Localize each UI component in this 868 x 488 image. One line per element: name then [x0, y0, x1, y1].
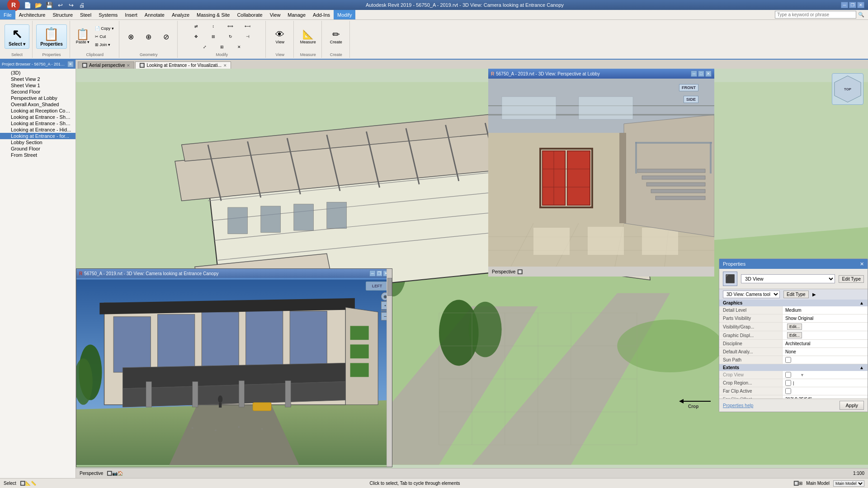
tab-aerial-perspective[interactable]: 🔲 Aerial perspective ✕ — [78, 61, 134, 69]
sun-path-checkbox[interactable] — [785, 357, 791, 363]
prop-type-dropdown[interactable]: 3D View — [741, 274, 835, 283]
quick-access-toolbar[interactable]: R 📄 📂 💾 ↩ ↪ 🖨 — [4, 0, 89, 10]
menu-manage[interactable]: Manage — [284, 10, 309, 19]
menu-structure[interactable]: Structure — [49, 10, 76, 19]
browser-item-secondfloor[interactable]: Second Floor — [0, 89, 75, 95]
lobby-win-maximize[interactable]: □ — [698, 70, 704, 77]
close-button[interactable]: ✕ — [857, 2, 864, 8]
browser-item-entrance-for[interactable]: Looking at Entrance - for... — [0, 133, 75, 139]
tab-close-aerial[interactable]: ✕ — [127, 63, 130, 68]
prop-section-extents[interactable]: Extents ▲ — [719, 364, 868, 371]
measure-btn[interactable]: 📐Measure — [298, 28, 318, 46]
create-btn[interactable]: ✏Create — [328, 28, 344, 46]
undo-button[interactable]: ↩ — [55, 0, 65, 9]
minimize-button[interactable]: ─ — [841, 2, 848, 8]
svg-rect-90 — [567, 151, 590, 205]
rotate-button[interactable]: ↻ — [222, 33, 239, 40]
window-controls[interactable]: ─ ❐ ✕ — [841, 2, 864, 8]
browser-item-entrance-sha2[interactable]: Looking at Entrance - Sha... — [0, 120, 75, 127]
open-button[interactable]: 📂 — [33, 0, 43, 9]
extents-expand-icon: ▲ — [859, 365, 864, 370]
apply-button[interactable]: Apply — [840, 401, 864, 410]
browser-item-sheetview2[interactable]: Sheet View 2 — [0, 76, 75, 82]
new-button[interactable]: 📄 — [23, 0, 33, 9]
model-dropdown[interactable]: Main Model — [833, 480, 864, 487]
browser-item-entrance-hid[interactable]: Looking at Entrance - Hid... — [0, 127, 75, 133]
camera-win-minimize[interactable]: ─ — [369, 270, 376, 277]
prop-edit-type-btn2[interactable]: Edit Type — [783, 291, 809, 298]
crop-region-checkbox[interactable] — [785, 380, 791, 386]
browser-item-reception[interactable]: Looking at Reception Cou... — [0, 108, 75, 114]
browser-item-lobbysection[interactable]: Lobby Section — [0, 139, 75, 145]
copy-button[interactable]: 📄Copy ▾ — [93, 25, 116, 32]
menu-annotate[interactable]: Annotate — [141, 10, 168, 19]
redo-button[interactable]: ↪ — [66, 0, 76, 9]
far-clip-active-checkbox[interactable] — [785, 388, 791, 394]
browser-item-persplobby[interactable]: Perspective at Lobby — [0, 95, 75, 101]
move-button[interactable]: ✥ — [188, 33, 204, 40]
cut-button[interactable]: ✂Cut — [93, 33, 116, 40]
menu-modify[interactable]: Modify — [334, 10, 355, 19]
menu-systems[interactable]: Systems — [95, 10, 121, 19]
keyword-search-input[interactable] — [775, 11, 856, 19]
menu-analyze[interactable]: Analyze — [168, 10, 193, 19]
graphic-disp-edit-btn[interactable]: Edit... — [787, 332, 802, 338]
align-button[interactable]: ⇌ — [188, 23, 204, 30]
lobby-win-minimize[interactable]: ─ — [691, 70, 697, 77]
camera-viewport-content[interactable]: LEFT ⊕ + ─ — [76, 278, 392, 467]
properties-close-btn[interactable]: ✕ — [860, 261, 864, 267]
array-button[interactable]: ⊞ — [214, 43, 230, 51]
browser-item-entrance-sha1[interactable]: Looking at Entrance - Sha... — [0, 114, 75, 120]
lobby-win-close[interactable]: ✕ — [705, 70, 712, 77]
delete-button[interactable]: ✕ — [231, 43, 247, 51]
scrollbar-thumb[interactable] — [387, 278, 392, 296]
mirror-x-button[interactable]: ⟺ — [222, 23, 239, 30]
lobby-win-controls[interactable]: ─ □ ✕ — [691, 70, 712, 77]
copy-elem-button[interactable]: ⊞ — [205, 33, 222, 40]
paste-button[interactable]: 📋 Paste ▾ — [74, 28, 92, 46]
prop-view-select[interactable]: 3D View: Camera tool — [723, 291, 780, 298]
tab-looking-entrance[interactable]: 🔲 Looking at Entrance - for Visualizati.… — [135, 61, 231, 69]
offset-button[interactable]: ↕ — [205, 23, 222, 30]
menu-massing[interactable]: Massing & Site — [193, 10, 233, 19]
browser-item-sheetview1[interactable]: Sheet View 1 — [0, 82, 75, 89]
browser-item-3d[interactable]: (3D) — [0, 70, 75, 76]
menu-collaborate[interactable]: Collaborate — [233, 10, 266, 19]
view-btn[interactable]: 👁View — [272, 28, 288, 46]
trim-button[interactable]: ⊣ — [240, 33, 256, 40]
menu-file[interactable]: File — [0, 10, 15, 19]
geometry-btn-3[interactable]: ⊘ — [158, 31, 175, 42]
menu-addins[interactable]: Add-Ins — [309, 10, 334, 19]
join-button[interactable]: ⊞Join ▾ — [93, 41, 116, 48]
scale-icon: ⤢ — [203, 45, 207, 49]
restore-button[interactable]: ❐ — [849, 2, 856, 8]
menu-view[interactable]: View — [266, 10, 284, 19]
browser-item-overallshaded[interactable]: Overall Axon_Shaded — [0, 101, 75, 108]
browser-close-btn[interactable]: ✕ — [67, 61, 74, 67]
edit-type-button[interactable]: Edit Type — [839, 275, 864, 283]
properties-help-link[interactable]: Properties help — [723, 403, 753, 408]
lobby-viewport-content[interactable]: FRONT SIDE — [488, 79, 714, 267]
crop-region-cursor[interactable]: | — [793, 381, 794, 385]
scale-button[interactable]: ⤢ — [197, 43, 213, 51]
browser-item-groundfloor[interactable]: Ground Floor — [0, 145, 75, 152]
save-button[interactable]: 💾 — [44, 0, 54, 9]
camera-viewport-scrollbar[interactable] — [387, 269, 392, 467]
camera-win-restore[interactable]: ❐ — [376, 270, 382, 277]
tab-close-entrance[interactable]: ✕ — [223, 63, 227, 68]
geometry-btn-1[interactable]: ⊗ — [123, 31, 139, 42]
select-button[interactable]: ↖ Select ▾ — [5, 24, 29, 49]
crop-view-checkbox[interactable] — [785, 372, 791, 378]
mirror-y-button[interactable]: ⟻ — [240, 23, 256, 30]
prop-section-graphics[interactable]: Graphics ▲ — [719, 300, 868, 306]
geometry-btn-2[interactable]: ⊕ — [141, 31, 157, 42]
browser-item-fromstreet[interactable]: From Street — [0, 152, 75, 158]
menu-architecture[interactable]: Architecture — [15, 10, 49, 19]
visibility-edit-btn[interactable]: Edit... — [787, 324, 802, 330]
menu-steel[interactable]: Steel — [76, 10, 95, 19]
navigation-cube-main[interactable]: TOP — [832, 73, 863, 105]
cam-nav-cube[interactable]: LEFT — [366, 282, 388, 291]
properties-button[interactable]: 📋 Properties — [36, 24, 66, 49]
menu-insert[interactable]: Insert — [121, 10, 141, 19]
print-button[interactable]: 🖨 — [77, 0, 87, 9]
